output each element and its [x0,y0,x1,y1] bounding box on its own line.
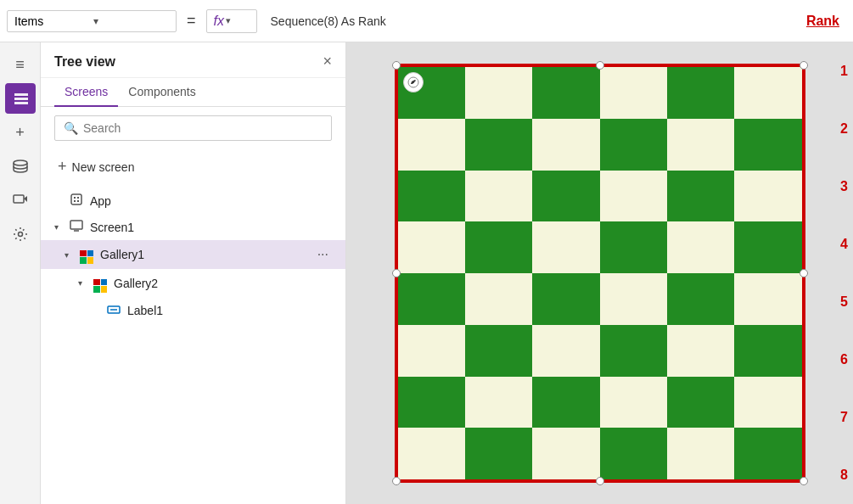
resize-handle-br[interactable] [800,477,808,485]
items-label: Items [14,14,90,28]
icon-bar-layers[interactable] [5,83,36,114]
items-dropdown[interactable]: Items ▾ [7,10,177,32]
cell-r0-c2 [532,67,599,119]
resize-handle-bl[interactable] [392,477,401,485]
cell-r6-c0 [398,377,465,428]
cell-r5-c1 [465,325,532,377]
icon-bar-data[interactable] [5,151,36,182]
gallery2-icon [93,274,107,293]
cell-r2-c2 [532,171,599,222]
cell-r7-c3 [600,428,667,479]
resize-handle-ml[interactable] [392,269,401,277]
tree-item-gallery1[interactable]: ▾ Gallery1 ··· [41,240,345,269]
tree-item-gallery2[interactable]: ▾ Gallery2 [41,269,345,298]
cell-r5-c0 [398,325,465,377]
checkerboard [396,65,804,481]
cell-r4-c4 [667,273,734,325]
cell-r4-c1 [465,273,532,325]
rank-2: 2 [840,121,850,137]
dropdown-chevron-icon: ▾ [93,15,169,27]
cell-r0-c5 [734,67,801,119]
tree-item-app[interactable]: App [41,188,345,214]
fx-icon: fx [214,14,224,29]
cell-r1-c5 [734,119,801,171]
settings-icon [12,226,29,243]
cell-r5-c4 [667,325,734,377]
tree-tabs: Screens Components [41,78,345,107]
gallery2-label: Gallery2 [114,277,332,290]
cell-r4-c5 [734,273,801,325]
cell-r3-c5 [734,221,801,273]
svg-rect-9 [77,197,79,199]
cell-r0-c1 [465,67,532,119]
cell-r7-c5 [734,428,801,479]
board-edit-icon[interactable] [403,72,424,92]
cell-r6-c3 [600,377,667,428]
tree-title: Tree view [54,54,115,70]
formula-text[interactable]: Sequence(8) As Rank [264,11,800,31]
resize-handle-tr[interactable] [800,61,808,70]
cell-r5-c3 [600,325,667,377]
tab-components[interactable]: Components [118,78,205,107]
cell-r1-c2 [532,119,599,171]
rank-7: 7 [840,410,850,425]
cell-r2-c4 [667,171,734,222]
svg-rect-12 [70,221,82,229]
equals-icon: = [183,12,199,30]
tree-item-screen1[interactable]: ▾ Screen1 [41,214,345,240]
cell-r3-c3 [600,221,667,273]
resize-handle-tl[interactable] [392,61,401,70]
svg-rect-7 [71,194,81,204]
cell-r2-c0 [398,171,465,222]
search-box[interactable]: 🔍 [54,115,332,141]
rank-5: 5 [840,294,850,310]
cell-r3-c1 [465,221,532,273]
search-icon: 🔍 [64,121,78,135]
icon-bar: ≡ + [0,42,41,504]
gallery1-more-button[interactable]: ··· [314,245,332,264]
label1-icon [107,303,121,319]
rank-1: 1 [840,64,850,79]
screen1-label: Screen1 [90,221,332,234]
resize-handle-bc[interactable] [596,477,604,485]
search-input[interactable] [83,121,323,135]
cell-r7-c1 [465,428,532,479]
cell-r3-c0 [398,221,465,273]
cell-r1-c3 [600,119,667,171]
gallery1-label: Gallery1 [100,248,311,261]
svg-rect-2 [14,102,28,104]
resize-handle-mr[interactable] [800,269,808,277]
canvas-area: 1 2 3 4 5 6 7 8 [346,42,853,504]
cell-r2-c5 [734,171,801,222]
resize-handle-tc[interactable] [596,61,604,70]
rank-label-top: Rank [806,14,846,29]
screen-icon [70,219,83,235]
checkerboard-wrapper [395,64,805,483]
svg-point-16 [412,81,414,83]
rank-4: 4 [840,237,850,252]
tree-panel: Tree view × Screens Components 🔍 + New s… [41,42,346,504]
cell-r7-c2 [532,428,599,479]
icon-bar-settings[interactable] [5,219,36,249]
rank-6: 6 [840,352,850,367]
cell-r4-c3 [600,273,667,325]
tab-screens[interactable]: Screens [54,78,118,107]
new-screen-label: New screen [72,160,135,174]
icon-bar-add[interactable]: + [5,117,36,148]
cell-r6-c1 [465,377,532,428]
formula-bar[interactable]: fx ▾ [206,9,257,33]
cell-r6-c2 [532,377,599,428]
svg-rect-1 [14,98,28,100]
cell-r6-c5 [734,377,801,428]
icon-bar-menu[interactable]: ≡ [5,49,36,80]
tree-actions: + New screen [41,149,345,184]
label1-label: Label1 [127,304,332,317]
new-screen-button[interactable]: + New screen [54,153,332,181]
icon-bar-media[interactable] [5,185,36,216]
cell-r3-c4 [667,221,734,273]
tree-item-label1[interactable]: Label1 [41,298,345,324]
tree-close-button[interactable]: × [323,53,332,70]
main-layout: ≡ + [0,42,853,504]
cell-r7-c4 [667,428,734,479]
svg-point-3 [14,160,27,165]
